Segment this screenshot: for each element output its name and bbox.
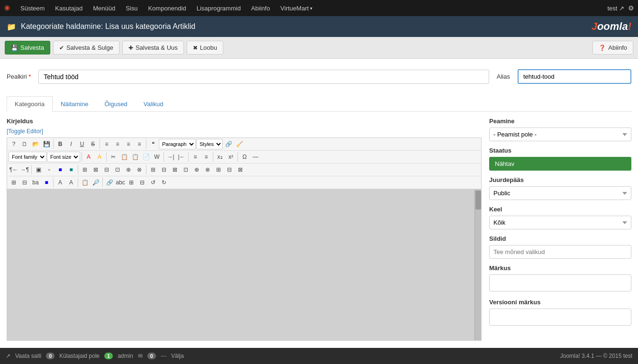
table-btn-2[interactable]: ⊗ [134, 164, 145, 175]
save-close-button[interactable]: ✔ Salvesta & Sulge [53, 41, 119, 55]
row4-btn14[interactable]: ↻ [159, 177, 169, 188]
extra-btn8[interactable]: ⊟ [224, 164, 235, 175]
extra-btn[interactable]: ⊞ [148, 164, 158, 175]
ltr-btn[interactable]: →¶ [19, 164, 30, 175]
parent-dropdown[interactable]: - Peamist pole - [489, 127, 631, 141]
paste-btn[interactable]: 📋 [130, 152, 140, 162]
nav-susteem[interactable]: Süsteem [16, 0, 49, 16]
extra-btn3[interactable]: ⊠ [170, 164, 180, 175]
underline-btn[interactable]: U [77, 139, 87, 149]
extra-btn4[interactable]: ⊡ [181, 164, 191, 175]
save-new-button[interactable]: ✚ Salvesta & Uus [122, 41, 184, 55]
help-button[interactable]: ❓ Abiinfo [592, 41, 633, 55]
version-note-textarea[interactable] [489, 309, 631, 326]
save-button[interactable]: 💾 Salvesta [5, 41, 50, 55]
nav-komponendid[interactable]: Komponendid [143, 0, 191, 16]
extra-btn2[interactable]: ⊟ [159, 164, 169, 175]
alias-input[interactable] [518, 69, 631, 84]
ol-btn[interactable]: ≡ [201, 152, 211, 162]
extra-btn6[interactable]: ⊗ [202, 164, 213, 175]
row4-btn11[interactable]: ⊞ [126, 177, 137, 188]
nav-lisaprogrammid[interactable]: Lisaprogrammid [192, 0, 246, 16]
paragraph-select[interactable]: Paragraph [159, 139, 196, 149]
title-input[interactable] [38, 70, 489, 84]
save-editor-btn[interactable]: 💾 [41, 139, 52, 149]
open-btn[interactable]: 📂 [30, 139, 41, 149]
access-dropdown[interactable]: Public Registered Special Guest Super Us… [489, 186, 631, 200]
copy-btn[interactable]: 📋 [119, 152, 129, 162]
highlight-btn[interactable]: A [94, 152, 105, 162]
editor-body[interactable] [7, 189, 482, 341]
font-size-select[interactable]: Font size [47, 152, 80, 162]
sup-btn[interactable]: x² [226, 152, 236, 162]
new-doc-btn[interactable]: 🗋 [19, 139, 30, 149]
tab-kategooria[interactable]: Kategooria [7, 96, 53, 112]
extra-btn5[interactable]: ⊕ [191, 164, 202, 175]
extra-btn7[interactable]: ⊞ [213, 164, 224, 175]
row4-btn7[interactable]: 📋 [80, 177, 90, 188]
nav-sisu[interactable]: Sisu [121, 0, 142, 16]
tab-oigused[interactable]: Õigused [96, 96, 135, 111]
more-table-btn[interactable]: ⊕ [123, 164, 134, 175]
table-insert-btn[interactable]: ⊞ [9, 177, 19, 188]
align-right-btn[interactable]: ≡ [123, 139, 134, 149]
cell-color-btn[interactable]: ■ [66, 164, 76, 175]
eraser-btn[interactable]: 🧹 [234, 139, 245, 149]
outdent-btn[interactable]: |← [176, 152, 187, 162]
note-textarea[interactable] [489, 274, 631, 291]
sub-btn[interactable]: x₂ [215, 152, 225, 162]
row4-btn3[interactable]: ba [30, 177, 41, 188]
row4-btn2[interactable]: ⊟ [19, 177, 30, 188]
row4-btn4[interactable]: ■ [41, 177, 52, 188]
block-btn[interactable]: ▣ [33, 164, 44, 175]
styles-link-btn[interactable]: 🔗 [223, 139, 234, 149]
italic-btn[interactable]: I [66, 139, 76, 149]
status-button[interactable]: Nähtav [489, 157, 631, 171]
toggle-editor-button[interactable]: [Toggle Editor] [7, 128, 43, 135]
insert-cols-btn[interactable]: ⊞ [80, 164, 90, 175]
blockquote-btn[interactable]: ❝ [148, 139, 158, 149]
tags-input[interactable] [489, 245, 631, 259]
row4-btn6[interactable]: A [66, 177, 76, 188]
align-center-btn[interactable]: ≡ [112, 139, 123, 149]
extra-btn9[interactable]: ⊠ [235, 164, 246, 175]
special-chars-btn[interactable]: Ω [239, 152, 250, 162]
indent-btn[interactable]: →| [165, 152, 176, 162]
row4-btn12[interactable]: ⊟ [137, 177, 147, 188]
tab-naitamine[interactable]: Näitamine [53, 96, 97, 111]
ul-btn[interactable]: ≡ [190, 152, 201, 162]
hr-btn[interactable]: — [250, 152, 261, 162]
bold-btn[interactable]: B [55, 139, 65, 149]
user-link[interactable]: test ↗ [607, 5, 624, 12]
tab-valikud[interactable]: Valikud [136, 96, 172, 111]
settings-icon[interactable]: ⚙ [628, 4, 634, 12]
row4-btn13[interactable]: ↺ [148, 177, 158, 188]
cut-btn[interactable]: ✂ [108, 152, 118, 162]
nav-virtuemart[interactable]: VirtueMart ▾ [276, 0, 318, 16]
del-row-btn[interactable]: ⊡ [112, 164, 123, 175]
row4-btn10[interactable]: abc [115, 177, 126, 188]
align-justify-btn[interactable]: ≡ [134, 139, 145, 149]
row4-btn8[interactable]: 🔎 [91, 177, 101, 188]
row4-btn9[interactable]: 🔗 [104, 177, 115, 188]
font-family-select[interactable]: Font family [9, 152, 46, 162]
align-left-btn[interactable]: ≡ [101, 139, 112, 149]
logout-label[interactable]: Välja [171, 353, 184, 359]
row4-btn5[interactable]: A [55, 177, 65, 188]
del-col-btn[interactable]: ⊠ [91, 164, 101, 175]
inline-btn[interactable]: ▫ [44, 164, 55, 175]
cancel-button[interactable]: ✖ Loobu [187, 41, 223, 55]
nav-abiinfo[interactable]: Abiinfo [246, 0, 275, 16]
rtl-btn[interactable]: ¶← [9, 164, 19, 175]
editor-scrollbar[interactable] [474, 190, 481, 340]
nav-kasutajad[interactable]: Kasutajad [50, 0, 87, 16]
styles-select[interactable]: Styles [196, 139, 223, 149]
bg-color-btn[interactable]: ■ [55, 164, 65, 175]
help-editor-btn[interactable]: ? [9, 139, 19, 149]
insert-rows-btn[interactable]: ⊟ [101, 164, 112, 175]
strikethrough-btn[interactable]: S [88, 139, 98, 149]
paste-text-btn[interactable]: 📄 [141, 152, 151, 162]
language-dropdown[interactable]: Kõik [489, 216, 631, 229]
font-color-btn[interactable]: A [83, 152, 94, 162]
visit-label[interactable]: Vaata saiti [15, 353, 41, 359]
